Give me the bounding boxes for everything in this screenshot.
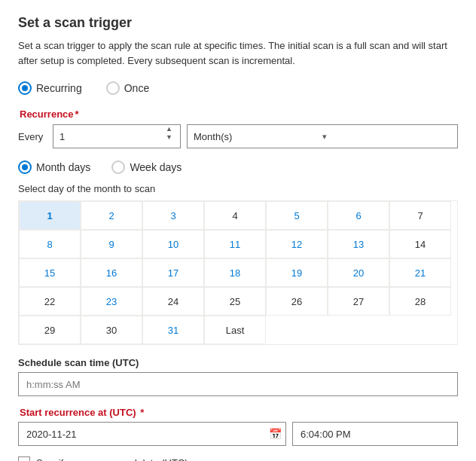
calendar-cell[interactable]: 6 xyxy=(328,201,389,230)
chevron-down-icon: ▾ xyxy=(322,132,451,142)
end-date-row: Specify recurrence end date (UTC) xyxy=(18,456,458,461)
recurrence-label: Recurrence* xyxy=(18,108,458,120)
calendar-cell[interactable]: 19 xyxy=(266,258,328,287)
calendar-cell[interactable]: 11 xyxy=(204,230,266,258)
recurring-radio[interactable]: Recurring xyxy=(18,81,82,95)
calendar-cell[interactable]: 21 xyxy=(389,258,451,287)
start-recurrence-row: 📅 xyxy=(18,422,458,446)
calendar-cell[interactable]: 24 xyxy=(142,287,204,316)
calendar-cell[interactable]: 25 xyxy=(204,287,266,316)
spin-up-button[interactable]: ▲ xyxy=(164,125,174,133)
every-label: Every xyxy=(18,131,47,142)
month-days-radio-circle xyxy=(18,160,32,174)
calendar-cell[interactable]: 30 xyxy=(81,316,142,344)
calendar-cell[interactable]: 7 xyxy=(389,201,451,230)
week-days-radio-circle xyxy=(111,160,125,174)
calendar-row: 1234567 xyxy=(19,201,457,230)
once-radio[interactable]: Once xyxy=(106,81,149,95)
calendar-cell[interactable]: 20 xyxy=(328,258,389,287)
calendar-cell[interactable]: 9 xyxy=(81,230,142,258)
calendar-cell[interactable]: 10 xyxy=(142,230,204,258)
calendar-cell[interactable]: 23 xyxy=(81,287,142,316)
calendar-cell[interactable]: 13 xyxy=(328,230,389,258)
once-radio-circle xyxy=(106,81,120,95)
spin-down-button[interactable]: ▼ xyxy=(164,133,174,142)
calendar-cell[interactable]: 3 xyxy=(142,201,204,230)
calendar-row: 22232425262728 xyxy=(19,287,457,316)
trigger-type-group: Recurring Once xyxy=(18,81,458,95)
calendar-header-label: Select day of the month to scan xyxy=(18,183,458,194)
calendar-cell[interactable]: Last xyxy=(204,316,266,344)
recurring-radio-circle xyxy=(18,81,32,95)
end-date-checkbox[interactable] xyxy=(18,456,30,461)
calendar-row: 15161718192021 xyxy=(19,258,457,287)
calendar-cell[interactable]: 22 xyxy=(19,287,81,316)
calendar-row: 891011121314 xyxy=(19,230,457,258)
calendar-cell[interactable]: 8 xyxy=(19,230,81,258)
page-title: Set a scan trigger xyxy=(18,15,458,31)
calendar-cell[interactable]: 17 xyxy=(142,258,204,287)
calendar-cell[interactable]: 28 xyxy=(389,287,451,316)
calendar-cell[interactable]: 31 xyxy=(142,316,204,344)
period-selected-value: Month(s) xyxy=(194,131,322,142)
period-select[interactable]: Month(s) ▾ xyxy=(187,124,458,148)
every-input-wrapper: ▲ ▼ xyxy=(53,124,181,148)
week-days-label: Week days xyxy=(130,161,182,173)
start-recurrence-label: Start recurrence at (UTC) * xyxy=(18,407,458,418)
calendar-cell-empty xyxy=(328,316,389,344)
recurring-label: Recurring xyxy=(36,82,82,94)
month-days-radio[interactable]: Month days xyxy=(18,160,90,174)
date-input-wrapper: 📅 xyxy=(18,422,286,446)
calendar-cell[interactable]: 29 xyxy=(19,316,81,344)
once-label: Once xyxy=(124,82,149,94)
week-days-radio[interactable]: Week days xyxy=(111,160,182,174)
start-time-input[interactable] xyxy=(292,422,458,446)
calendar-cell[interactable]: 18 xyxy=(204,258,266,287)
start-recurrence-group: Start recurrence at (UTC) * 📅 xyxy=(18,407,458,446)
start-date-input[interactable] xyxy=(18,422,286,446)
calendar-cell-empty xyxy=(389,316,451,344)
calendar-cell[interactable]: 26 xyxy=(266,287,328,316)
calendar-cell-empty xyxy=(266,316,328,344)
spin-buttons: ▲ ▼ xyxy=(164,125,174,148)
calendar-cell[interactable]: 14 xyxy=(389,230,451,258)
calendar-cell[interactable]: 5 xyxy=(266,201,328,230)
day-type-group: Month days Week days xyxy=(18,160,458,174)
calendar-cell[interactable]: 16 xyxy=(81,258,142,287)
schedule-scan-time-label: Schedule scan time (UTC) xyxy=(18,357,458,368)
calendar-cell[interactable]: 15 xyxy=(19,258,81,287)
calendar-cell[interactable]: 2 xyxy=(81,201,142,230)
end-date-label[interactable]: Specify recurrence end date (UTC) xyxy=(36,457,188,462)
schedule-scan-time-input[interactable] xyxy=(18,372,458,396)
calendar-grid: 1234567891011121314151617181920212223242… xyxy=(18,200,458,345)
calendar-cell[interactable]: 12 xyxy=(266,230,328,258)
calendar-cell[interactable]: 4 xyxy=(204,201,266,230)
page-description: Set a scan trigger to apply the scan rul… xyxy=(18,38,458,68)
recurrence-row: Every ▲ ▼ Month(s) ▾ xyxy=(18,124,458,148)
calendar-cell[interactable]: 27 xyxy=(328,287,389,316)
every-number-input[interactable] xyxy=(60,131,164,142)
calendar-cell[interactable]: 1 xyxy=(19,201,81,230)
calendar-row: 293031Last xyxy=(19,316,457,344)
schedule-scan-time-group: Schedule scan time (UTC) xyxy=(18,357,458,396)
month-days-label: Month days xyxy=(36,161,90,173)
calendar-icon-button[interactable]: 📅 xyxy=(269,428,282,440)
